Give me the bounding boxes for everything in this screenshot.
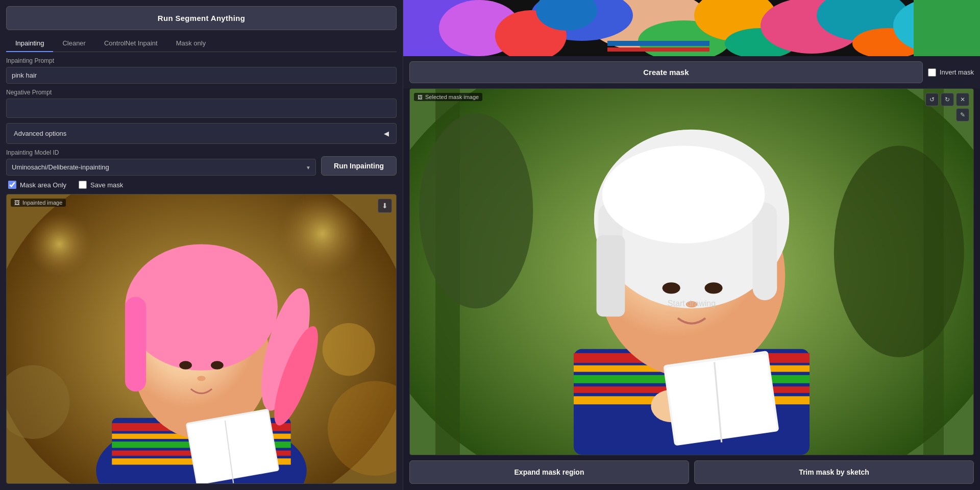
edit-icon: ✎ bbox=[960, 111, 965, 118]
close-mask-button[interactable]: ✕ bbox=[956, 93, 969, 106]
svg-point-62 bbox=[663, 282, 680, 293]
right-panel: Create mask Invert mask 🖼 Selected mask … bbox=[403, 0, 980, 490]
expand-mask-button[interactable]: Expand mask region bbox=[409, 460, 689, 484]
run-inpainting-button[interactable]: Run Inpainting bbox=[321, 156, 397, 176]
mask-image-label: 🖼 Selected mask image bbox=[414, 93, 482, 101]
svg-point-60 bbox=[602, 146, 765, 243]
svg-rect-40 bbox=[914, 0, 980, 56]
svg-point-48 bbox=[834, 146, 964, 357]
svg-rect-17 bbox=[125, 297, 146, 392]
download-button[interactable]: ⬇ bbox=[378, 199, 392, 213]
save-mask-checkbox[interactable] bbox=[79, 181, 87, 189]
mask-image-area[interactable]: 🖼 Selected mask image ↺ ↻ ✕ ✎ bbox=[409, 88, 974, 455]
svg-point-20 bbox=[179, 361, 192, 369]
svg-rect-59 bbox=[753, 203, 777, 300]
mask-area-only-checkbox-item[interactable]: Mask area Only bbox=[8, 181, 66, 189]
mask-area-only-label: Mask area Only bbox=[20, 181, 66, 189]
negative-prompt-label: Negative Prompt bbox=[6, 89, 397, 96]
close-icon: ✕ bbox=[960, 96, 965, 103]
bottom-buttons: Expand mask region Trim mask by sketch bbox=[403, 460, 980, 490]
mask-image-icons: ↺ ↻ ✕ ✎ bbox=[925, 93, 969, 121]
create-mask-button[interactable]: Create mask bbox=[409, 61, 923, 83]
redo-button[interactable]: ↻ bbox=[941, 93, 954, 106]
svg-point-64 bbox=[686, 301, 697, 308]
svg-rect-61 bbox=[597, 235, 625, 316]
mask-icon-row-bottom: ✎ bbox=[925, 108, 969, 121]
invert-mask-checkbox[interactable] bbox=[928, 68, 936, 77]
svg-point-2 bbox=[28, 213, 91, 276]
svg-point-4 bbox=[323, 323, 375, 376]
inpainted-image bbox=[7, 194, 396, 483]
redo-icon: ↻ bbox=[945, 96, 950, 103]
negative-prompt-input[interactable] bbox=[6, 99, 397, 118]
tab-controlnet-inpaint[interactable]: ControlNet Inpaint bbox=[95, 35, 167, 52]
inpainting-prompt-label: Inpainting Prompt bbox=[6, 57, 397, 64]
trim-mask-button[interactable]: Trim mask by sketch bbox=[694, 460, 974, 484]
mask-controls: Create mask Invert mask bbox=[403, 56, 980, 88]
mask-image-icon: 🖼 bbox=[418, 94, 423, 100]
svg-point-3 bbox=[280, 194, 364, 276]
invert-mask-label: Invert mask bbox=[940, 68, 974, 76]
seg-preview bbox=[403, 0, 980, 56]
save-mask-checkbox-item[interactable]: Save mask bbox=[79, 181, 123, 189]
model-row: Inpainting Model ID Uminosachi/Deliberat… bbox=[6, 149, 397, 176]
inpainted-image-label: 🖼 Inpainted image bbox=[11, 199, 66, 207]
mask-source-image bbox=[410, 89, 973, 455]
left-panel: Run Segment Anything Inpainting Cleaner … bbox=[0, 0, 403, 490]
tab-bar: Inpainting Cleaner ControlNet Inpaint Ma… bbox=[6, 35, 397, 52]
save-mask-label: Save mask bbox=[90, 181, 123, 189]
inpainted-image-container: 🖼 Inpainted image ⬇ bbox=[6, 194, 397, 484]
advanced-options-label: Advanced options bbox=[14, 130, 66, 137]
svg-point-22 bbox=[197, 376, 205, 381]
mask-area-only-checkbox[interactable] bbox=[8, 181, 16, 189]
svg-rect-42 bbox=[607, 47, 709, 52]
undo-button[interactable]: ↺ bbox=[925, 93, 939, 106]
svg-point-16 bbox=[125, 244, 278, 370]
svg-point-21 bbox=[211, 361, 224, 369]
edit-mask-button[interactable]: ✎ bbox=[956, 108, 969, 121]
checkbox-row: Mask area Only Save mask bbox=[6, 181, 397, 189]
invert-mask-row: Invert mask bbox=[928, 68, 974, 77]
segmentation-image bbox=[403, 0, 980, 56]
run-segment-anything-button[interactable]: Run Segment Anything bbox=[6, 6, 397, 30]
svg-point-63 bbox=[704, 282, 722, 293]
tab-mask-only[interactable]: Mask only bbox=[167, 35, 215, 52]
tab-inpainting[interactable]: Inpainting bbox=[6, 35, 53, 52]
svg-rect-41 bbox=[607, 41, 709, 46]
model-label: Inpainting Model ID bbox=[6, 149, 316, 156]
negative-prompt-group: Negative Prompt bbox=[6, 89, 397, 118]
inpainting-prompt-group: Inpainting Prompt bbox=[6, 57, 397, 84]
inpainting-prompt-input[interactable] bbox=[6, 67, 397, 84]
svg-point-47 bbox=[419, 113, 533, 308]
advanced-options-bar[interactable]: Advanced options ◀ bbox=[6, 123, 397, 144]
model-select-wrapper: Uminosachi/Deliberate-inpainting runwaym… bbox=[6, 159, 316, 176]
model-select[interactable]: Uminosachi/Deliberate-inpainting runwaym… bbox=[6, 159, 316, 176]
undo-icon: ↺ bbox=[929, 96, 935, 103]
model-group: Inpainting Model ID Uminosachi/Deliberat… bbox=[6, 149, 316, 176]
image-icon: 🖼 bbox=[14, 200, 20, 206]
download-icon: ⬇ bbox=[382, 202, 388, 210]
mask-icon-row-top: ↺ ↻ ✕ bbox=[925, 93, 969, 106]
tab-cleaner[interactable]: Cleaner bbox=[53, 35, 95, 52]
advanced-options-chevron: ◀ bbox=[384, 130, 389, 137]
